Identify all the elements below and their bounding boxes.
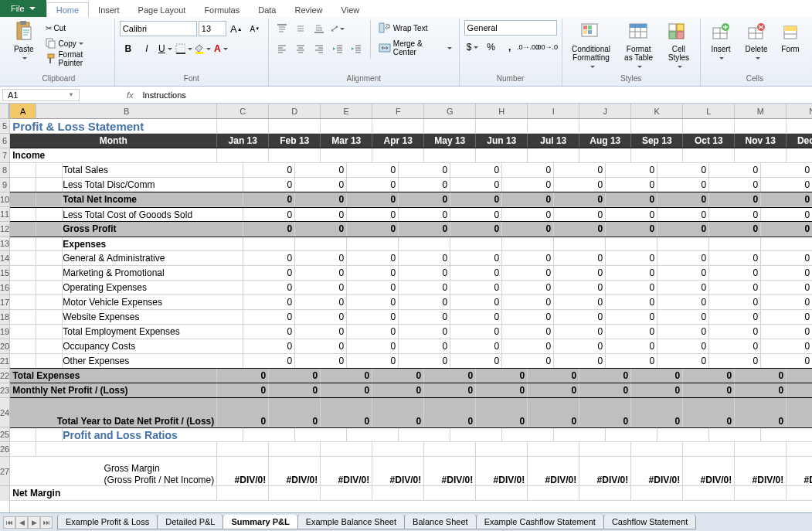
cell[interactable]: 0 — [657, 163, 709, 177]
row-header[interactable]: 19 — [0, 325, 9, 339]
cell[interactable]: 0 — [683, 398, 735, 427]
cell[interactable]: Nov 13 — [735, 134, 787, 148]
cell[interactable]: 0 — [450, 281, 502, 294]
cell[interactable]: Profit & Loss Statement — [10, 119, 217, 133]
cell[interactable] — [476, 442, 528, 456]
cell[interactable]: 0 — [709, 339, 761, 353]
tab-home[interactable]: Home — [46, 2, 89, 17]
sheet-tab[interactable]: Example Balance Sheet — [297, 515, 405, 529]
cell[interactable]: 0 — [347, 310, 399, 324]
col-header-L[interactable]: L — [683, 104, 735, 119]
cell[interactable] — [321, 442, 372, 456]
cell[interactable] — [502, 428, 554, 441]
cell[interactable] — [399, 428, 450, 441]
cell[interactable]: 0 — [502, 339, 554, 353]
formula-input[interactable] — [140, 90, 812, 100]
cell[interactable]: 0 — [295, 354, 347, 368]
cell[interactable] — [476, 119, 528, 133]
cell[interactable]: 0 — [295, 251, 347, 265]
cell[interactable]: #DIV/0! — [269, 457, 321, 485]
cell[interactable]: 0 — [399, 281, 450, 294]
cell[interactable]: 0 — [269, 398, 321, 427]
cell[interactable]: 0 — [269, 369, 321, 383]
cell[interactable]: 0 — [450, 266, 502, 280]
sheet-tab[interactable]: Summary P&L — [223, 515, 297, 529]
cell[interactable] — [10, 251, 36, 265]
row-header[interactable]: 17 — [0, 295, 9, 310]
cell[interactable]: 0 — [321, 398, 372, 427]
cell[interactable]: 0 — [424, 369, 476, 383]
cell[interactable]: 0 — [399, 178, 450, 192]
cell[interactable]: 0 — [657, 266, 709, 280]
cell[interactable]: 0 — [735, 398, 787, 427]
cell[interactable]: 0 — [399, 163, 450, 177]
cell[interactable]: 0 — [243, 295, 295, 309]
cell[interactable] — [10, 237, 36, 250]
cell[interactable] — [424, 119, 476, 133]
cell[interactable]: 0 — [502, 325, 554, 339]
cell[interactable]: 0 — [347, 281, 399, 294]
cell[interactable]: Other Expenses — [63, 354, 243, 368]
cell[interactable]: 0 — [399, 310, 450, 324]
cell[interactable]: 0 — [347, 325, 399, 339]
cell[interactable]: 0 — [295, 295, 347, 309]
cell[interactable]: Less Total Disc/Comm — [63, 178, 243, 192]
cell[interactable]: 0 — [269, 383, 321, 397]
cell[interactable]: 0 — [347, 222, 399, 236]
cell[interactable]: 0 — [606, 310, 657, 324]
cell[interactable] — [10, 222, 36, 236]
cell[interactable]: Jan 13 — [217, 134, 269, 148]
cell[interactable]: 0 — [347, 163, 399, 177]
dedent-icon[interactable] — [329, 40, 346, 57]
cell[interactable]: 0 — [243, 281, 295, 294]
cell[interactable]: 0 — [657, 192, 709, 206]
cell[interactable]: 0 — [217, 398, 269, 427]
cell[interactable] — [476, 148, 528, 162]
cell[interactable]: #DIV/0! — [372, 457, 424, 485]
cell[interactable]: 0 — [761, 222, 812, 236]
cell[interactable]: 0 — [476, 369, 528, 383]
cell[interactable] — [502, 237, 554, 250]
cell[interactable]: 0 — [243, 251, 295, 265]
cell[interactable] — [10, 178, 36, 192]
cell[interactable]: 0 — [295, 339, 347, 353]
cell[interactable]: 0 — [606, 354, 657, 368]
cell[interactable]: 0 — [709, 178, 761, 192]
paste-button[interactable]: Paste — [8, 20, 40, 63]
row-header[interactable]: 7 — [0, 148, 9, 163]
cell[interactable]: 0 — [243, 354, 295, 368]
cell[interactable]: 0 — [554, 192, 606, 206]
cell[interactable]: General & Administrative — [63, 251, 243, 265]
cell[interactable] — [424, 148, 476, 162]
cell[interactable]: Less Total Cost of Gooods Sold — [63, 208, 243, 221]
cell[interactable]: 0 — [631, 398, 683, 427]
cell[interactable]: 0 — [399, 192, 450, 206]
cell[interactable]: 0 — [657, 222, 709, 236]
cell[interactable]: 0 — [657, 251, 709, 265]
cell[interactable] — [528, 442, 579, 456]
row-header[interactable]: 22 — [0, 369, 9, 383]
cell[interactable]: 0 — [709, 281, 761, 294]
cell[interactable]: 0 — [295, 310, 347, 324]
cell[interactable]: 0 — [761, 178, 812, 192]
cell[interactable]: Net Margin — [10, 486, 217, 500]
cell[interactable]: 0 — [243, 208, 295, 221]
cell[interactable] — [321, 148, 372, 162]
dec-decimal-icon[interactable]: .00→.0 — [539, 39, 555, 56]
font-name-select[interactable] — [120, 21, 197, 36]
row-header[interactable]: 20 — [0, 339, 9, 354]
cell[interactable] — [631, 148, 683, 162]
cell[interactable]: #DIV/0! — [631, 457, 683, 485]
cell[interactable]: 0 — [295, 208, 347, 221]
row-header[interactable]: 18 — [0, 310, 9, 325]
cell[interactable]: 0 — [631, 369, 683, 383]
cell[interactable] — [10, 281, 36, 294]
cell[interactable] — [579, 442, 631, 456]
cell[interactable]: 0 — [787, 383, 812, 397]
cell[interactable]: 0 — [709, 208, 761, 221]
cell[interactable] — [709, 237, 761, 250]
cell[interactable] — [399, 237, 450, 250]
cell[interactable]: 0 — [606, 339, 657, 353]
cell[interactable] — [10, 192, 36, 206]
cell[interactable]: 0 — [243, 310, 295, 324]
